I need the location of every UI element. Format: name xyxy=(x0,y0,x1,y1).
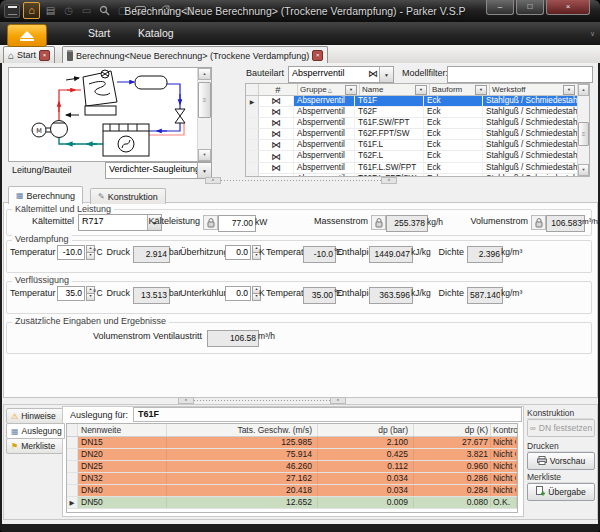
close-tab-icon[interactable]: × xyxy=(312,50,323,61)
search-icon[interactable] xyxy=(97,3,112,18)
refrigeration-cycle-diagram[interactable]: M xyxy=(9,68,196,159)
grid-icon: ▦ xyxy=(11,427,19,436)
cell-dp-k: 3.821 xyxy=(414,449,491,460)
verfluessigung-temperatur-spinner[interactable]: 35.0 ▲▼ xyxy=(57,286,95,301)
tab-konstruktion[interactable]: ✎ Konstruktion xyxy=(90,188,166,204)
cell-gruppe: Absperrventil xyxy=(294,151,355,161)
horizontal-splitter[interactable]: ∧ ∧ xyxy=(178,397,346,404)
lock-icon[interactable] xyxy=(531,215,546,230)
scroll-up-icon[interactable]: ▲ xyxy=(578,84,589,96)
column-header-dpk[interactable]: dp (K) xyxy=(414,424,491,436)
dn-festsetzen-button[interactable]: ∞ DN festsetzen xyxy=(527,419,595,437)
ribbon-collapse-icon[interactable]: ∨ xyxy=(590,22,595,45)
side-tab-auslegung[interactable]: ▦ Auslegung xyxy=(6,423,65,439)
result-row[interactable]: DN2546.2600.1120.960Nicht O.K. xyxy=(67,461,517,473)
doc-tab-start[interactable]: ⌂ Start × xyxy=(3,46,55,64)
collapse-icon[interactable]: ∧ xyxy=(178,397,194,404)
dropdown-icon[interactable]: ▼ xyxy=(197,163,211,178)
history-icon[interactable]: ◷ xyxy=(61,3,76,18)
collapse-icon[interactable]: ∧ xyxy=(205,177,221,184)
close-button[interactable]: × xyxy=(546,0,590,15)
side-tab-merkliste[interactable]: ⚑ Merkliste xyxy=(6,438,64,454)
catalog-row[interactable]: ⋈AbsperrventilT62F.LEckStahlguß / Schmie… xyxy=(246,151,578,162)
column-header-nennweite[interactable]: Nennweite xyxy=(78,424,167,436)
catalog-row[interactable]: ⋈AbsperrventilT62FEckStahlguß / Schmiede… xyxy=(246,107,578,118)
temperatur-value[interactable]: -10.0 xyxy=(57,245,85,260)
ribbon-tab-katalog[interactable]: Katalog xyxy=(132,22,180,45)
catalog-row[interactable]: ▶⋈AbsperrventilT61FEckStahlguß / Schmied… xyxy=(246,96,578,107)
new-document-icon[interactable]: ▤ xyxy=(43,3,58,18)
collapse-icon[interactable]: ∧ xyxy=(381,177,397,184)
dropdown-icon[interactable]: ▼ xyxy=(379,67,393,82)
column-header-gruppe[interactable]: Gruppe△▼ xyxy=(298,84,360,95)
column-header-name[interactable]: Name▼ xyxy=(360,84,430,95)
ribbon-tab-start[interactable]: Start xyxy=(82,22,116,45)
modellfilter-input[interactable] xyxy=(447,66,593,83)
enthalpie-input xyxy=(369,287,413,304)
app-logo-icon[interactable] xyxy=(4,4,20,18)
folder-icon[interactable]: ▭ xyxy=(79,3,94,18)
filter-icon[interactable]: ▼ xyxy=(563,85,575,95)
catalog-row[interactable]: ⋈AbsperrventilT62F.FPT/SWEckStahlguß / S… xyxy=(246,129,578,140)
vorschau-button[interactable]: Vorschau xyxy=(527,452,595,470)
catalog-vertical-scrollbar[interactable]: ▲ ≡ ▼ xyxy=(577,84,589,176)
valve-icon: ⋈ xyxy=(259,107,294,117)
kaelteleistung-input[interactable] xyxy=(218,215,256,232)
uebergabe-button[interactable]: Übergabe xyxy=(527,483,595,501)
cell-bauform: Eck xyxy=(424,140,483,150)
massenstrom-label: Massenstrom xyxy=(296,214,368,228)
row-selector-cell xyxy=(246,151,259,161)
cell-kontrolle: O.K. xyxy=(491,497,517,508)
catalog-row[interactable]: ⋈AbsperrventilT61F.L.SW/FPTEckStahlguß /… xyxy=(246,163,578,174)
unterkuehlung-spinner[interactable]: 0.0 ▲▼ xyxy=(225,286,261,301)
bauteilart-combobox-value: Absperrventil xyxy=(289,67,367,82)
cell-dp-k: 27.677 xyxy=(414,437,491,448)
maximize-button[interactable]: □ xyxy=(516,0,544,15)
minimize-button[interactable]: – xyxy=(486,0,514,15)
cell-dp-bar: 0.425 xyxy=(318,449,414,460)
lock-icon[interactable] xyxy=(203,215,218,230)
result-row[interactable]: DN4020.4180.0340.284Nicht O.K. xyxy=(67,485,517,497)
cycle-diagram-panel[interactable]: M ▲ xyxy=(8,67,212,162)
result-row[interactable]: DN15125.9852.10027.677Nicht O.K. xyxy=(67,437,517,449)
cell-nennweite: DN20 xyxy=(78,449,167,460)
valve-icon: ⋈ xyxy=(367,67,379,82)
side-tab-hinweise[interactable]: ⚠ Hinweise xyxy=(6,408,64,424)
result-row[interactable]: DN2075.9140.4253.821Nicht O.K. xyxy=(67,449,517,461)
home-icon[interactable]: ⌂ xyxy=(23,2,40,19)
diagram-vertical-scrollbar[interactable]: ▲ ≡ ▼ xyxy=(197,68,211,161)
bauteilart-combobox[interactable]: Absperrventil ⋈ ▼ xyxy=(288,66,394,83)
scroll-down-icon[interactable]: ▼ xyxy=(198,149,211,161)
result-row[interactable]: ▶DN5012.6520.0090.080O.K. xyxy=(67,497,517,509)
ueberhitzung-spinner[interactable]: 0.0 ▲▼ xyxy=(225,245,261,260)
scrollbar-thumb[interactable]: ≡ xyxy=(198,82,211,118)
cell-dp-k: 0.284 xyxy=(414,485,491,496)
temperatur2-label: Temperatur xyxy=(266,286,300,300)
column-header-dpbar[interactable]: dp (bar) xyxy=(318,424,414,436)
cell-nennweite: DN15 xyxy=(78,437,167,448)
horizontal-splitter[interactable]: ∧ ∧ xyxy=(205,177,397,184)
column-header-bauform[interactable]: Bauform▼ xyxy=(430,84,490,95)
scrollbar-thumb[interactable]: ≡ xyxy=(578,122,589,146)
column-header-kontrolle[interactable]: Kontrolle xyxy=(491,424,518,436)
catalog-row[interactable]: ⋈AbsperrventilT61F.LEckStahlguß / Schmie… xyxy=(246,140,578,151)
filter-icon[interactable]: ▼ xyxy=(415,85,427,95)
verdampfung-temperatur-spinner[interactable]: -10.0 ▲▼ xyxy=(57,245,95,260)
filter-icon[interactable]: ▼ xyxy=(345,85,357,95)
scroll-up-icon[interactable]: ▲ xyxy=(198,68,211,80)
close-tab-icon[interactable]: × xyxy=(39,50,50,61)
row-selector-cell xyxy=(67,437,78,448)
scroll-down-icon[interactable]: ▼ xyxy=(578,164,589,176)
tab-berechnung[interactable]: ▦ Berechnung xyxy=(8,186,83,204)
catalog-row[interactable]: ⋈AbsperrventilT61F.SW/FPTEckStahlguß / S… xyxy=(246,118,578,129)
column-header-geschw[interactable]: Tats. Geschw. (m/s) xyxy=(167,424,318,436)
auslegung-fuer-label: Auslegung für: xyxy=(70,410,128,420)
leitung-combobox[interactable]: Verdichter-Saugleitung ▼ xyxy=(105,162,212,179)
application-menu-button[interactable] xyxy=(7,24,47,47)
filter-icon[interactable]: ▼ xyxy=(475,85,487,95)
column-header-hash[interactable]: # xyxy=(259,84,298,95)
collapse-icon[interactable]: ∧ xyxy=(330,397,346,404)
lock-icon[interactable] xyxy=(371,215,386,230)
result-row[interactable]: DN3227.1620.0340.286Nicht O.K. xyxy=(67,473,517,485)
column-header-werkstoff[interactable]: Werkstoff▼ xyxy=(490,84,578,95)
